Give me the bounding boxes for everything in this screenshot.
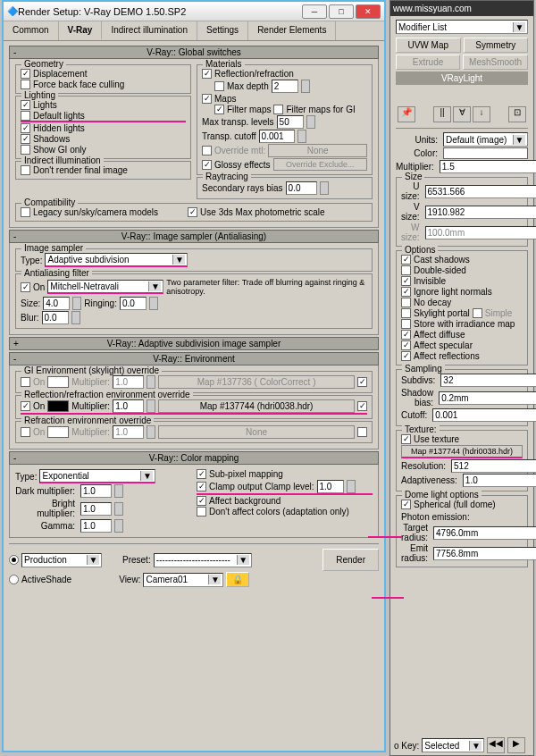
reflection-checkbox[interactable] <box>202 69 212 79</box>
rf-mult-input[interactable] <box>113 425 144 439</box>
rf-map-button[interactable]: None <box>158 425 355 439</box>
aa-filter-dropdown[interactable]: Mitchell-Netravali▼ <box>47 280 163 294</box>
aa-blur-input[interactable] <box>42 311 69 324</box>
dm-spinner[interactable] <box>114 484 123 498</box>
size-spinner[interactable] <box>72 297 81 310</box>
glossy-checkbox[interactable] <box>202 160 212 170</box>
use-texture-checkbox[interactable] <box>401 434 411 444</box>
skylight-checkbox[interactable] <box>401 308 411 318</box>
default-lights-checkbox[interactable] <box>21 111 30 121</box>
modifier-list-dropdown[interactable]: Modifier List▼ <box>396 20 528 34</box>
preset-dropdown[interactable]: -------------------------▼ <box>154 553 252 567</box>
color-swatch[interactable] <box>443 147 528 159</box>
use-3ds-checkbox[interactable] <box>188 207 197 217</box>
displacement-checkbox[interactable] <box>21 69 30 79</box>
no-decay-checkbox[interactable] <box>401 298 411 307</box>
gi-spinner[interactable] <box>147 375 155 389</box>
cl-spinner[interactable] <box>347 480 356 493</box>
uvw-map-button[interactable]: UVW Map <box>396 38 461 53</box>
tab-indirect[interactable]: Indirect illumination <box>102 21 197 40</box>
cutoff-input[interactable] <box>432 408 536 422</box>
affect-diffuse-checkbox[interactable] <box>401 330 411 340</box>
production-radio[interactable] <box>9 555 19 565</box>
affect-bg-checkbox[interactable] <box>197 496 206 506</box>
tab-render-elements[interactable]: Render Elements <box>248 21 336 40</box>
render-button[interactable]: Render <box>322 549 379 571</box>
sub-pixel-checkbox[interactable] <box>197 469 206 479</box>
filter-maps-gi-checkbox[interactable] <box>273 105 283 114</box>
lock-view-button[interactable]: 🔒 <box>226 572 249 587</box>
bm-spinner[interactable] <box>114 502 123 516</box>
rollout-color-mapping[interactable]: -V-Ray:: Color mapping <box>9 451 379 465</box>
dark-mult-input[interactable] <box>80 484 112 498</box>
max-depth-checkbox[interactable] <box>214 81 224 91</box>
override-mtl-checkbox[interactable] <box>202 146 212 155</box>
cutoff-spinner[interactable] <box>297 130 306 143</box>
adaptiveness-input[interactable] <box>463 474 536 487</box>
rollout-image-sampler[interactable]: -V-Ray:: Image sampler (Antialiasing) <box>9 230 379 243</box>
tab-settings[interactable]: Settings <box>197 21 248 40</box>
rr-spinner[interactable] <box>147 399 155 413</box>
override-mtl-button[interactable]: None <box>268 144 367 157</box>
bright-mult-input[interactable] <box>80 502 112 516</box>
stack-btn1[interactable]: || <box>433 106 451 122</box>
shadows-checkbox[interactable] <box>21 134 30 144</box>
bias-spinner[interactable] <box>320 181 329 195</box>
rf-spinner[interactable] <box>147 425 155 439</box>
stack-btn2[interactable]: ∀ <box>453 106 471 122</box>
minimize-button[interactable]: ─ <box>302 4 327 19</box>
cast-shadows-checkbox[interactable] <box>401 255 411 265</box>
sampler-type-dropdown[interactable]: Adaptive subdivision▼ <box>45 253 188 267</box>
gi-color-swatch[interactable] <box>47 376 69 388</box>
rr-map-button[interactable]: Map #137744 (hdri0038.hdr) <box>158 399 355 413</box>
double-sided-checkbox[interactable] <box>401 265 411 275</box>
clamp-level-input[interactable] <box>317 480 344 493</box>
lights-checkbox[interactable] <box>21 100 30 110</box>
gm-spinner[interactable] <box>114 519 123 533</box>
gi-mult-input[interactable] <box>113 375 144 389</box>
filter-maps-checkbox[interactable] <box>214 105 224 114</box>
dont-render-checkbox[interactable] <box>21 165 30 175</box>
aa-ringing-input[interactable] <box>120 297 147 310</box>
emit-radius-input[interactable] <box>433 547 536 560</box>
gi-map-button[interactable]: Map #137736 ( ColorCorrect ) <box>158 375 355 389</box>
dont-affect-checkbox[interactable] <box>197 507 206 517</box>
override-exclude-button[interactable]: Override Exclude... <box>273 158 367 171</box>
affect-reflections-checkbox[interactable] <box>401 351 411 361</box>
transp-spinner[interactable] <box>306 115 315 129</box>
stack-btn4[interactable]: ⊡ <box>508 106 526 122</box>
tab-common[interactable]: Common <box>4 21 59 40</box>
cm-type-dropdown[interactable]: Exponential▼ <box>39 469 155 483</box>
rollout-environment[interactable]: -V-Ray:: Environment <box>9 352 379 365</box>
blur-spinner[interactable] <box>71 311 80 324</box>
key-prev-button[interactable]: ◀◀ <box>487 737 505 753</box>
extrude-button[interactable]: Extrude <box>396 55 460 70</box>
aa-size-input[interactable] <box>43 297 70 310</box>
shadow-bias-input[interactable] <box>439 391 536 405</box>
max-transp-input[interactable] <box>277 115 304 129</box>
rollout-global-switches[interactable]: -V-Ray:: Global switches <box>9 46 379 59</box>
aa-on-checkbox[interactable] <box>21 282 30 292</box>
max-depth-spinner[interactable] <box>301 80 310 93</box>
subdivs-input[interactable] <box>440 374 536 387</box>
hidden-lights-checkbox[interactable] <box>21 123 30 133</box>
activeshade-radio[interactable] <box>9 575 19 584</box>
gamma-input[interactable] <box>80 519 112 533</box>
stack-btn3[interactable]: ↓ <box>473 106 490 122</box>
gi-map-toggle[interactable] <box>357 377 367 387</box>
view-dropdown[interactable]: Camera01▼ <box>143 573 223 587</box>
rf-map-toggle[interactable] <box>357 427 367 437</box>
symmetry-button[interactable]: Symmetry <box>464 38 529 53</box>
force-back-face-checkbox[interactable] <box>21 80 30 89</box>
rr-color-swatch[interactable] <box>47 400 69 412</box>
modifier-selected[interactable]: VRayLight <box>396 71 528 85</box>
production-dropdown[interactable]: Production▼ <box>21 553 102 567</box>
maximize-button[interactable]: □ <box>329 4 354 19</box>
rr-mult-input[interactable] <box>113 399 144 413</box>
tab-vray[interactable]: V-Ray <box>59 21 103 40</box>
target-radius-input[interactable] <box>433 526 536 540</box>
rf-color-swatch[interactable] <box>47 426 69 438</box>
close-button[interactable]: ✕ <box>356 4 381 19</box>
show-gi-checkbox[interactable] <box>21 145 30 155</box>
meshsmooth-button[interactable]: MeshSmooth <box>463 55 528 70</box>
